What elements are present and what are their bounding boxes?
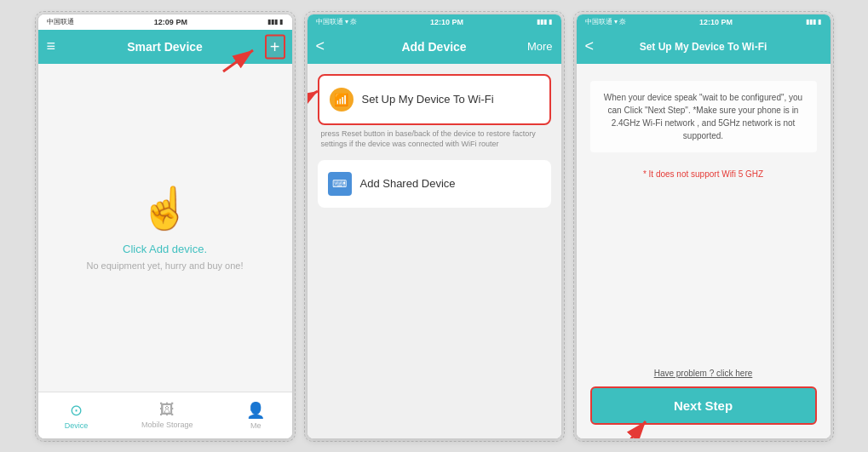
- add-device-button[interactable]: +: [270, 37, 280, 55]
- wifi-subtitle: press Reset button in base/back of the d…: [321, 129, 548, 150]
- wifi-option-icon: 📶: [330, 88, 354, 112]
- status-bar-1: 中国联通 12:09 PM ▮▮▮ ▮: [38, 14, 292, 30]
- carrier-1: 中国联通: [47, 17, 74, 26]
- click-add-text: Click Add device.: [123, 243, 207, 255]
- status-bar-3: 中国联通 ▾ 奈 12:10 PM ▮▮▮ ▮: [577, 14, 831, 30]
- battery-2: ▮▮▮ ▮: [537, 18, 552, 26]
- phone-frame-3-outer: 中国联通 ▾ 奈 12:10 PM ▮▮▮ ▮ < Set Up My Devi…: [573, 11, 834, 442]
- instruction-text: When your device speak "wait to be confi…: [601, 91, 807, 142]
- back-button-3[interactable]: <: [585, 37, 595, 55]
- nav-bar-2: < Add Device More: [308, 30, 561, 64]
- carrier-3: 中国联通 ▾ 奈: [585, 17, 626, 26]
- shared-device-option[interactable]: ⌨ Add Shared Device: [318, 160, 551, 208]
- back-button-2[interactable]: <: [316, 37, 325, 55]
- main-container: 中国联通 12:09 PM ▮▮▮ ▮ ≡ Smart Device + ☝ C…: [0, 0, 868, 452]
- time-1: 12:09 PM: [154, 18, 187, 26]
- help-link[interactable]: Have problem ? click here: [590, 369, 817, 378]
- next-step-button[interactable]: Next Step: [590, 386, 817, 425]
- screen2-title: Add Device: [401, 40, 466, 54]
- device-label: Device: [65, 421, 89, 430]
- bottom-nav-storage[interactable]: 🖼 Mobile Storage: [141, 401, 193, 429]
- screen3-title: Set Up My Device To Wi-Fi: [640, 41, 767, 53]
- battery-1: ▮▮▮ ▮: [267, 18, 283, 26]
- me-icon: 👤: [246, 401, 265, 420]
- more-button[interactable]: More: [527, 40, 553, 53]
- time-3: 12:10 PM: [699, 18, 733, 26]
- bottom-nav-1: ⊙ Device 🖼 Mobile Storage 👤 Me: [38, 392, 292, 438]
- me-label: Me: [250, 421, 262, 430]
- screen3-body: When your device speak "wait to be confi…: [577, 64, 831, 438]
- no-equipment-text: No equipment yet, hurry and buy one!: [86, 260, 243, 271]
- screen1-title: Smart Device: [127, 40, 203, 54]
- storage-icon: 🖼: [159, 401, 175, 419]
- warning-text: * It does not support Wifi 5 GHZ: [590, 169, 817, 179]
- nav-bar-3: < Set Up My Device To Wi-Fi: [577, 30, 831, 64]
- instruction-box: When your device speak "wait to be confi…: [590, 81, 817, 152]
- phone-frame-1-outer: 中国联通 12:09 PM ▮▮▮ ▮ ≡ Smart Device + ☝ C…: [35, 11, 296, 442]
- shared-option-label: Add Shared Device: [360, 177, 456, 190]
- phone-frame-2: 中国联通 ▾ 奈 12:10 PM ▮▮▮ ▮ < Add Device Mor…: [307, 14, 562, 439]
- time-2: 12:10 PM: [430, 18, 463, 26]
- keyboard-option-icon: ⌨: [328, 172, 352, 196]
- phone-frame-3: 中国联通 ▾ 奈 12:10 PM ▮▮▮ ▮ < Set Up My Devi…: [576, 14, 831, 439]
- bottom-nav-me[interactable]: 👤 Me: [246, 401, 265, 430]
- battery-3: ▮▮▮ ▮: [806, 18, 821, 26]
- phone-frame-1: 中国联通 12:09 PM ▮▮▮ ▮ ≡ Smart Device + ☝ C…: [37, 14, 293, 439]
- screen2-body: 📶 Set Up My Device To Wi-Fi press Reset …: [308, 64, 561, 438]
- screen1-body: ☝ Click Add device. No equipment yet, hu…: [38, 64, 292, 392]
- touch-icon: ☝: [140, 185, 191, 232]
- wifi-device-option[interactable]: 📶 Set Up My Device To Wi-Fi: [318, 74, 551, 125]
- device-icon: ⊙: [70, 401, 83, 420]
- menu-icon[interactable]: ≡: [47, 37, 56, 55]
- status-bar-2: 中国联通 ▾ 奈 12:10 PM ▮▮▮ ▮: [308, 14, 561, 30]
- wifi-option-label: Set Up My Device To Wi-Fi: [362, 93, 539, 106]
- nav-bar-1: ≡ Smart Device +: [38, 30, 292, 64]
- storage-label: Mobile Storage: [141, 421, 193, 429]
- carrier-2: 中国联通 ▾ 奈: [316, 17, 357, 26]
- phone-frame-2-outer: 中国联通 ▾ 奈 12:10 PM ▮▮▮ ▮ < Add Device Mor…: [304, 11, 565, 442]
- bottom-nav-device[interactable]: ⊙ Device: [65, 401, 89, 430]
